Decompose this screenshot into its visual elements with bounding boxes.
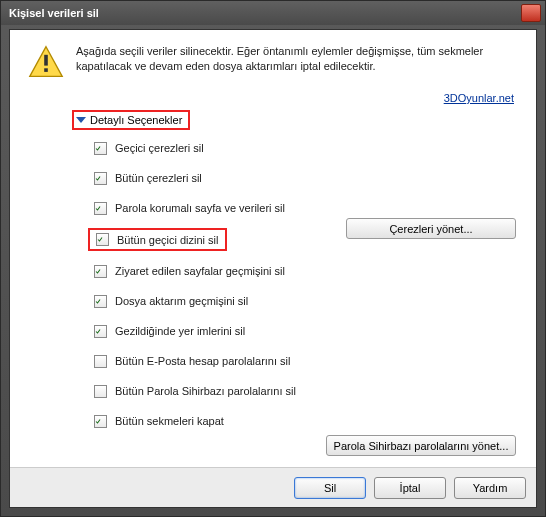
delete-button[interactable]: Sil	[294, 477, 366, 499]
warning-row: Aşağıda seçili veriler silinecektir. Eğe…	[28, 44, 518, 82]
content-area: Aşağıda seçili veriler silinecektir. Eğe…	[9, 29, 537, 508]
warning-icon	[28, 44, 64, 82]
option-label: Gezildiğinde yer imlerini sil	[115, 325, 245, 337]
option-label: Geçici çerezleri sil	[115, 142, 204, 154]
checkbox[interactable]	[94, 142, 107, 155]
option-label: Bütün Parola Sihirbazı parolalarını sil	[115, 385, 296, 397]
checkbox[interactable]	[94, 202, 107, 215]
option-row: Bütün çerezleri sil	[94, 168, 518, 188]
option-label: Bütün E-Posta hesap parolalarını sil	[115, 355, 291, 367]
dialog-body: Aşağıda seçili veriler silinecektir. Eğe…	[10, 30, 536, 467]
option-row: Dosya aktarım geçmişini sil	[94, 291, 518, 311]
svg-rect-2	[44, 68, 48, 72]
dialog-footer: Sil İptal Yardım	[10, 467, 536, 507]
help-button[interactable]: Yardım	[454, 477, 526, 499]
option-row: Bütün Parola Sihirbazı parolalarını sil	[94, 381, 518, 401]
option-row: Geçici çerezleri sil	[94, 138, 518, 158]
checkbox[interactable]	[94, 295, 107, 308]
option-label: Parola korumalı sayfa ve verileri sil	[115, 202, 285, 214]
option-label: Dosya aktarım geçmişini sil	[115, 295, 248, 307]
detailed-options-toggle[interactable]: Detaylı Seçenekler	[72, 110, 190, 130]
site-link-row: 3DOyunlar.net	[28, 92, 514, 104]
svg-rect-1	[44, 55, 48, 66]
options-list: Geçici çerezleri silBütün çerezleri silP…	[94, 138, 518, 431]
dialog-window: Kişisel verileri sil Aşağıda seçili veri…	[0, 0, 546, 517]
checkbox[interactable]	[94, 415, 107, 428]
site-link[interactable]: 3DOyunlar.net	[444, 92, 514, 104]
checkbox[interactable]	[94, 325, 107, 338]
checkbox[interactable]	[94, 385, 107, 398]
manage-wand-passwords-button[interactable]: Parola Sihirbazı parolalarını yönet...	[326, 435, 516, 456]
option-highlight: Bütün geçici dizini sil	[88, 228, 227, 251]
manage-cookies-button[interactable]: Çerezleri yönet...	[346, 218, 516, 239]
option-label: Bütün çerezleri sil	[115, 172, 202, 184]
option-row: Bütün E-Posta hesap parolalarını sil	[94, 351, 518, 371]
option-row: Parola korumalı sayfa ve verileri sil	[94, 198, 518, 218]
warning-text: Aşağıda seçili veriler silinecektir. Eğe…	[76, 44, 518, 74]
checkbox[interactable]	[94, 265, 107, 278]
detailed-options-label: Detaylı Seçenekler	[90, 114, 182, 126]
cancel-button[interactable]: İptal	[374, 477, 446, 499]
option-row: Bütün sekmeleri kapat	[94, 411, 518, 431]
close-button[interactable]	[521, 4, 541, 22]
window-title: Kişisel verileri sil	[9, 7, 521, 19]
checkbox[interactable]	[94, 172, 107, 185]
option-row: Ziyaret edilen sayfalar geçmişini sil	[94, 261, 518, 281]
option-label: Bütün geçici dizini sil	[117, 234, 219, 246]
triangle-down-icon	[76, 117, 86, 123]
option-row: Gezildiğinde yer imlerini sil	[94, 321, 518, 341]
option-label: Bütün sekmeleri kapat	[115, 415, 224, 427]
titlebar: Kişisel verileri sil	[1, 1, 545, 25]
checkbox[interactable]	[96, 233, 109, 246]
option-label: Ziyaret edilen sayfalar geçmişini sil	[115, 265, 285, 277]
checkbox[interactable]	[94, 355, 107, 368]
